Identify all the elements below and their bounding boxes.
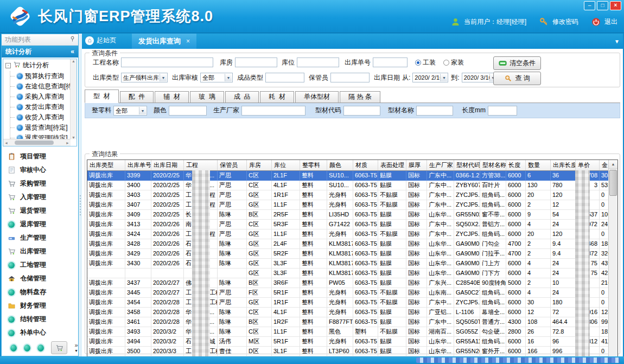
warehouse-input[interactable]	[235, 58, 277, 67]
material-tab[interactable]: 辅 材	[155, 91, 189, 103]
radio-家装[interactable]: 家装	[443, 59, 464, 66]
tree-vertical-scrollbar[interactable]: ▲▼	[70, 59, 77, 139]
sidebar-item-退库管理[interactable]: 退库管理	[2, 218, 78, 231]
tree-item[interactable]: 在途信息查询[待	[10, 81, 77, 92]
collapse-icon[interactable]: «	[71, 46, 74, 58]
scroll-thumb[interactable]	[609, 170, 617, 196]
sidebar-item-生产管理[interactable]: 生产管理	[2, 231, 78, 245]
tab-start-page[interactable]: ⌂ 起始页	[85, 36, 116, 45]
tree-item[interactable]: 预算执行查询	[10, 71, 77, 81]
table-row[interactable]: G区3L3F整料KLM38176063-T5贴膜国标山东华...GA90M09.…	[87, 269, 608, 278]
profile-name-input[interactable]	[416, 106, 453, 116]
sidebar-item-审核中心[interactable]: 审核中心	[2, 163, 78, 177]
table-row[interactable]: 调拨出库35002020/3/3工 共工程曹佳D区3L1F整料LT3P60606…	[87, 347, 608, 356]
search-button[interactable]: 查 询	[493, 72, 541, 85]
tab-close-icon[interactable]: ×	[186, 37, 190, 45]
manufacturer-input[interactable]	[241, 106, 305, 116]
material-tab[interactable]: 型 材	[85, 90, 119, 103]
table-row[interactable]: 调拨出库34302020/2/26石 城陈琳G区3L3F整料KLM3817606…	[87, 259, 608, 269]
sidebar-item-结转管理[interactable]: 结转管理	[2, 312, 78, 326]
maximize-icon[interactable]: □	[597, 1, 608, 10]
tab-list-dropdown-icon[interactable]: ▼	[614, 39, 620, 44]
table-row[interactable]: 调拨出库34282020/2/26石 城陈琳G区2L4F整料KLM3817606…	[87, 239, 608, 249]
column-header[interactable]: 型材代码	[454, 160, 480, 170]
table-row[interactable]: 调拨出库34072020/2/25工 工程严思G区1L1F整料光身料6063-T…	[87, 200, 608, 210]
scroll-up-icon[interactable]: ▲	[609, 160, 617, 169]
material-tab[interactable]: 成 品	[225, 91, 259, 103]
sidebar-section-header[interactable]: 统计分析 «	[2, 46, 78, 58]
material-tab[interactable]: 单体型材	[295, 91, 339, 103]
tree-item[interactable]: 收货入库查询	[10, 112, 77, 123]
sidebar-item-财务管理[interactable]: 财务管理	[2, 299, 78, 312]
column-header[interactable]: 生产厂家	[427, 160, 454, 170]
tab-outbound-query[interactable]: 发货出库查询 ×	[132, 34, 196, 49]
material-tab[interactable]: 隔 热 条	[340, 91, 380, 103]
sidebar-item-退货管理[interactable]: 退货管理	[2, 204, 78, 218]
column-header[interactable]: 表面处理	[378, 160, 406, 170]
table-row[interactable]: 调拨出库34092020/2/25长 ...陈琳B区2R5F整料LI35HD60…	[87, 210, 608, 220]
column-header[interactable]: 出库单号	[125, 160, 151, 170]
table-row[interactable]: 调拨出库34032020/2/25工 工程严思G区1R1F整料光身料6063-T…	[87, 190, 608, 200]
sidebar-item-出库管理[interactable]: 出库管理	[2, 245, 78, 258]
more-menu-toggle[interactable]: »▼	[74, 343, 78, 353]
radio-工装[interactable]: 工装	[415, 59, 436, 66]
logout-link[interactable]: 退出	[604, 17, 617, 27]
location-input[interactable]	[297, 58, 339, 67]
clear-conditions-button[interactable]: 清空条件	[493, 56, 541, 70]
column-header[interactable]: 长度	[506, 160, 526, 170]
table-row[interactable]: 调拨出库34242020/2/26工 工程严思G区1L1F整料光身料6063-T…	[87, 229, 608, 239]
circle-icon[interactable]	[10, 344, 17, 352]
tree-item[interactable]: 发货出库查询	[10, 102, 77, 112]
audit-select[interactable]: 全部▼	[200, 73, 233, 82]
column-header[interactable]: 膜厚	[406, 160, 427, 170]
color-input[interactable]	[169, 106, 207, 116]
expander-icon[interactable]: -	[5, 63, 11, 68]
material-tab[interactable]: 耗 材	[260, 91, 294, 103]
sidebar-item-入库管理[interactable]: 入库管理	[2, 190, 78, 204]
column-header[interactable]: 材质	[353, 160, 378, 170]
order-no-input[interactable]	[373, 58, 407, 67]
sidebar-item-仓储管理[interactable]: 仓储管理	[2, 272, 78, 285]
scroll-right-icon[interactable]: ►	[66, 141, 69, 145]
column-header[interactable]: 出库长度	[551, 160, 576, 170]
table-row[interactable]: 调拨出库34002020/2/25华 原...严思C区4L1F整料SU10...…	[87, 181, 608, 190]
sidebar-item-物料盘存[interactable]: 物料盘存	[2, 285, 78, 299]
splitter-grip[interactable]	[80, 195, 81, 216]
table-row[interactable]: 调拨出库34582020/2/28华 原...陈琳C区4L1F整料光身料6063…	[87, 308, 608, 317]
tree-horizontal-scrollbar[interactable]: ◄►	[3, 139, 71, 146]
cart-button[interactable]	[51, 341, 67, 354]
table-row[interactable]: 调拨出库34542020/2/28工 共工程严思G区1R1F整料光身料6063-…	[87, 298, 608, 308]
column-header[interactable]: 金	[600, 160, 608, 170]
length-input[interactable]	[488, 106, 517, 116]
table-row[interactable]: 调拨出库33992020/2/25华 原...严思C区2L1F整料SU10...…	[87, 171, 608, 181]
table-row[interactable]: 调拨出库34932020/3/2华 原...陈琳C区1L1F整料黑色塑料不贴膜国…	[87, 327, 608, 337]
table-row[interactable]: 调拨出库34612020/2/28华 原...陈琳B区1R2F整料F8877FT…	[87, 317, 608, 327]
scroll-thumb[interactable]	[15, 141, 54, 145]
circle-icon[interactable]	[24, 344, 30, 352]
keeper-input[interactable]	[330, 73, 370, 82]
profile-code-input[interactable]	[343, 106, 380, 116]
material-tab[interactable]: 配 件	[120, 91, 154, 103]
outbound-type-select[interactable]: 生产领料出库▼	[121, 73, 168, 82]
column-header[interactable]: 库位	[272, 160, 300, 170]
scroll-up-icon[interactable]: ▲	[72, 59, 75, 63]
table-row[interactable]: 调拨出库34372020/2/27佛 ...陈琳B区3R6F整料PW056063…	[87, 278, 608, 288]
table-row[interactable]: 调拨出库34452020/2/27工 共工程严思F区5R1F整料光身料6063-…	[87, 288, 608, 298]
column-header[interactable]: 整零料	[300, 160, 327, 170]
minimize-icon[interactable]: –	[584, 1, 595, 10]
grid-vertical-scrollbar[interactable]: ▲ ▼	[608, 160, 617, 356]
scroll-left-icon[interactable]: ◄	[4, 141, 8, 145]
project-name-input[interactable]	[121, 58, 213, 67]
material-tab[interactable]: 玻 璃	[190, 91, 224, 103]
date-from-picker[interactable]: 2020/ 2/16▼	[412, 73, 448, 82]
whole-piece-select[interactable]: 全部▼	[113, 106, 147, 116]
column-header[interactable]: 颜色	[327, 160, 353, 170]
scroll-down-icon[interactable]: ▼	[72, 136, 75, 139]
date-to-picker[interactable]: 2020/ 3/16▼	[462, 73, 498, 82]
column-header[interactable]: 保管员	[218, 160, 247, 170]
table-row[interactable]: 调拨出库34132020/2/26南 ...严思C区5R3F整料G7142260…	[87, 220, 608, 229]
column-header[interactable]: 库房	[247, 160, 272, 170]
sidebar-item-项目管理[interactable]: 项目管理	[2, 150, 78, 163]
table-row[interactable]: 调拨出库34292020/2/26石 城陈琳G区5R2F整料KLM3817606…	[87, 249, 608, 259]
sidebar-item-采购管理[interactable]: 采购管理	[2, 177, 78, 190]
